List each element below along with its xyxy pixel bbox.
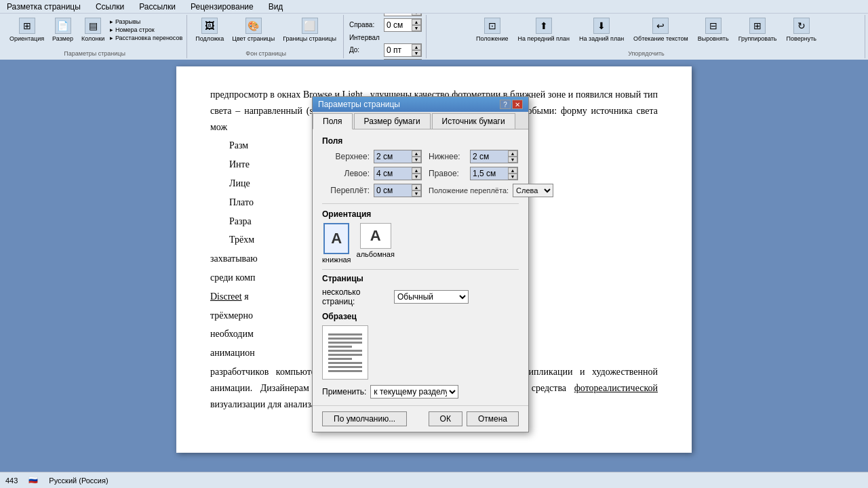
ribbon-linenums-btn[interactable]: ▸ Номера строк bbox=[110, 26, 182, 33]
dialog-title-buttons: ? ✕ bbox=[500, 100, 523, 109]
ribbon-breaks-btn[interactable]: ▸ Разрывы bbox=[110, 18, 182, 25]
position-icon: ⊡ bbox=[484, 18, 500, 34]
gutter-input-wrap: ▲ ▼ bbox=[374, 184, 422, 197]
gutter-field-row: Переплёт: ▲ ▼ bbox=[322, 184, 422, 197]
divider-2 bbox=[322, 269, 519, 270]
left-input[interactable] bbox=[374, 167, 412, 180]
ribbon-arrange-row: ⊡ Положение ⬆ На передний план ⬇ На задн… bbox=[473, 16, 819, 43]
fields-col-right: Нижнее: ▲ ▼ Правое: bbox=[429, 150, 553, 201]
spacing-after-input[interactable] bbox=[384, 60, 412, 60]
tab-paper-size[interactable]: Размер бумаги bbox=[354, 113, 431, 129]
spacing-before-down[interactable]: ▼ bbox=[412, 50, 421, 56]
left-spinner-up[interactable]: ▲ bbox=[412, 167, 421, 174]
ribbon-wrap-btn[interactable]: ↩ Обтекание текстом bbox=[631, 16, 691, 43]
front-icon: ⬆ bbox=[536, 18, 552, 34]
orientation-buttons: A книжная A альбомная bbox=[322, 223, 519, 264]
ribbon-hyphen-btn[interactable]: ▸ Расстановка переносов bbox=[110, 35, 182, 41]
dialog-content: Поля Верхнее: ▲ ▼ bbox=[313, 129, 528, 405]
right-spinner-up[interactable]: ▲ bbox=[508, 167, 517, 174]
right-spinner: ▲ ▼ bbox=[508, 167, 517, 180]
ribbon-align-btn[interactable]: ⊟ Выровнять bbox=[695, 16, 732, 43]
cancel-btn[interactable]: Отмена bbox=[467, 411, 519, 426]
spacing-after-up[interactable]: ▲ bbox=[412, 60, 421, 60]
right-input[interactable] bbox=[471, 167, 508, 180]
dialog-footer: По умолчанию... ОК Отмена bbox=[313, 405, 528, 432]
ok-btn[interactable]: ОК bbox=[429, 411, 462, 426]
bottom-spinner-down[interactable]: ▼ bbox=[508, 157, 517, 163]
top-spinner-up[interactable]: ▲ bbox=[412, 150, 421, 157]
menu-view[interactable]: Вид bbox=[266, 1, 286, 13]
gutter-pos-row: Положение переплёта: Слева Сверху bbox=[429, 184, 553, 197]
language-status: Русский (Россия) bbox=[49, 476, 108, 485]
preview-section: Образец bbox=[322, 312, 519, 380]
indent-left-down[interactable]: ▼ bbox=[412, 14, 421, 16]
dialog-close-btn[interactable]: ✕ bbox=[512, 100, 523, 109]
pages-select[interactable]: Обычный Зеркальные поля 2 страницы на ли… bbox=[394, 290, 469, 304]
spacing-before-input[interactable] bbox=[384, 44, 412, 56]
ribbon-position-btn[interactable]: ⊡ Положение bbox=[473, 16, 511, 43]
preview-lines bbox=[328, 333, 362, 372]
ribbon-back-btn[interactable]: ⬇ На задний план bbox=[576, 16, 627, 43]
preview-box bbox=[322, 325, 368, 380]
gutter-pos-select[interactable]: Слева Сверху bbox=[513, 184, 553, 197]
gutter-input[interactable] bbox=[374, 184, 412, 197]
page-setup-dialog: Параметры страницы ? ✕ Поля Размер бумаг… bbox=[312, 96, 529, 432]
tab-paper-source[interactable]: Источник бумаги bbox=[432, 113, 515, 129]
ribbon-group-btn[interactable]: ⊞ Группировать bbox=[736, 16, 780, 43]
left-spinner-down[interactable]: ▼ bbox=[412, 174, 421, 180]
menu-layout[interactable]: Разметка страницы bbox=[4, 1, 83, 13]
fields-section-title: Поля bbox=[322, 136, 519, 146]
pages-section: Страницы несколько страниц: Обычный Зерк… bbox=[322, 274, 519, 306]
align-icon: ⊟ bbox=[705, 18, 722, 34]
apply-label: Применить: bbox=[322, 387, 366, 396]
dialog-title: Параметры страницы bbox=[318, 100, 400, 109]
default-btn[interactable]: По умолчанию... bbox=[322, 411, 407, 426]
bottom-spinner-up[interactable]: ▲ bbox=[508, 150, 517, 157]
discreet-text: Discreet bbox=[210, 291, 242, 302]
indent-right-spinner: ▲ ▼ bbox=[412, 19, 421, 31]
landscape-btn[interactable]: A альбомная bbox=[357, 223, 395, 264]
gutter-spinner-up[interactable]: ▲ bbox=[412, 184, 421, 190]
right-input-wrap: ▲ ▼ bbox=[470, 167, 518, 180]
apply-select[interactable]: к текущему разделу к этой точке ко всему… bbox=[370, 385, 458, 399]
indent-right-up[interactable]: ▲ bbox=[412, 19, 421, 25]
flag-icon: 🇷🇺 bbox=[28, 476, 38, 485]
portrait-btn[interactable]: A книжная bbox=[322, 223, 351, 264]
top-label: Верхнее: bbox=[322, 152, 370, 161]
top-input[interactable] bbox=[374, 150, 412, 163]
gutter-spinner-down[interactable]: ▼ bbox=[412, 190, 421, 197]
ribbon-group-page-setup: ⊞ Ориентация 📄 Размер ▤ Колонки ▸ Разрыв… bbox=[3, 15, 187, 58]
preview-line-2 bbox=[328, 338, 362, 340]
left-field-row: Левое: ▲ ▼ bbox=[322, 167, 422, 180]
ribbon-columns-btn[interactable]: ▤ Колонки bbox=[79, 16, 107, 43]
spacing-before-up[interactable]: ▲ bbox=[412, 44, 421, 50]
top-spinner-down[interactable]: ▼ bbox=[412, 157, 421, 163]
rotate-icon: ↻ bbox=[793, 18, 810, 34]
indent-left-input[interactable] bbox=[384, 14, 412, 16]
ribbon-borders-btn[interactable]: ⬜ Границы страницы bbox=[280, 16, 339, 43]
ribbon-rotate-btn[interactable]: ↻ Повернуть bbox=[784, 16, 819, 43]
menu-review[interactable]: Рецензирование bbox=[188, 1, 256, 13]
ribbon-watermark-btn[interactable]: 🖼 Подложка bbox=[193, 16, 226, 43]
ribbon-orientation-btn[interactable]: ⊞ Ориентация bbox=[7, 16, 47, 43]
preview-line-7 bbox=[328, 358, 352, 360]
ribbon-size-btn[interactable]: 📄 Размер bbox=[50, 16, 76, 43]
ribbon-front-btn[interactable]: ⬆ На передний план bbox=[515, 16, 573, 43]
spacing-label: Интервал bbox=[349, 34, 380, 41]
preview-line-10 bbox=[328, 370, 362, 372]
size-icon: 📄 bbox=[55, 18, 71, 34]
indent-right-down[interactable]: ▼ bbox=[412, 25, 421, 31]
tab-fields[interactable]: Поля bbox=[313, 113, 353, 129]
left-spinner: ▲ ▼ bbox=[412, 167, 421, 180]
menu-links[interactable]: Ссылки bbox=[93, 1, 127, 13]
orientation-icon: ⊞ bbox=[19, 18, 35, 34]
bottom-input[interactable] bbox=[471, 150, 508, 163]
ribbon-pagecolor-btn[interactable]: 🎨 Цвет страницы bbox=[229, 16, 277, 43]
top-spinner: ▲ ▼ bbox=[412, 150, 421, 163]
indent-right-input[interactable] bbox=[384, 19, 412, 31]
menu-mailings[interactable]: Рассылки bbox=[136, 1, 178, 13]
page-setup-label: Параметры страницы bbox=[64, 50, 125, 57]
gutter-label: Переплёт: bbox=[322, 186, 370, 195]
right-spinner-down[interactable]: ▼ bbox=[508, 174, 517, 180]
dialog-help-btn[interactable]: ? bbox=[500, 100, 511, 109]
